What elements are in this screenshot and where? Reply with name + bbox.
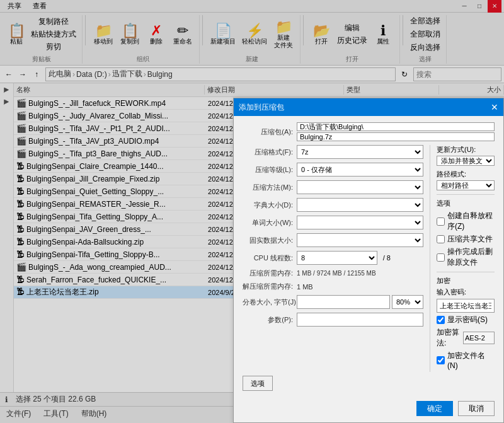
block-select[interactable] xyxy=(297,233,423,247)
update-label: 更新方式(U): xyxy=(437,145,476,154)
mem-label: 压缩所需内存: xyxy=(243,269,293,278)
archive-path-input[interactable] xyxy=(297,122,495,131)
encrypt-section: 加密 输入密码: 显示密码(S) 加密算法: 加密文件名(N) xyxy=(437,276,495,370)
options-button[interactable]: 选项 xyxy=(243,376,273,391)
split-label: 分卷大小, 字节(J): xyxy=(243,298,293,307)
options-title: 选项 xyxy=(437,199,495,208)
mem-value: 1 MB / 9724 MB / 12155 MB xyxy=(297,270,376,277)
create-sfx-row: 创建自释放程序(Z) xyxy=(437,211,495,232)
algo-label: 加密算法: xyxy=(437,327,461,349)
format-select[interactable]: 7z xyxy=(297,145,423,159)
block-label: 固实数据大小: xyxy=(243,236,293,245)
show-password-row: 显示密码(S) xyxy=(437,315,495,325)
create-sfx-label: 创建自释放程序(Z) xyxy=(447,211,495,232)
dict-select[interactable] xyxy=(297,198,423,212)
delete-after-checkbox[interactable] xyxy=(437,253,445,262)
dialog-footer: 确定 取消 xyxy=(234,397,503,422)
archive-row: 压缩包(A): xyxy=(243,122,495,141)
share-files-row: 压缩共享文件 xyxy=(437,234,495,245)
encrypt-filename-checkbox[interactable] xyxy=(437,356,445,364)
word-label: 单词大小(W): xyxy=(243,218,293,228)
archive-label: 压缩包(A): xyxy=(243,127,293,137)
dialog-main: 压缩格式(F): 7z 压缩等级(L): 0 - 仅存储 压缩方法(M): xyxy=(243,145,495,372)
params-label: 参数(P): xyxy=(243,315,293,325)
cpu-label: CPU 线程数: xyxy=(243,253,293,263)
update-select[interactable]: 添加并替换文件 xyxy=(437,156,495,166)
password-input[interactable] xyxy=(437,299,495,313)
params-input[interactable] xyxy=(297,313,423,327)
split-input[interactable] xyxy=(297,295,390,309)
options-section: 选项 创建自释放程序(Z) 压缩共享文件 操作完成后删除原文件 xyxy=(437,199,495,268)
method-row: 压缩方法(M): xyxy=(243,180,423,194)
word-row: 单词大小(W): xyxy=(243,216,423,229)
mem-row: 压缩所需内存: 1 MB / 9724 MB / 12155 MB xyxy=(243,269,423,278)
block-row: 固实数据大小: xyxy=(243,233,423,247)
dialog-title-bar: 添加到压缩包 ✕ xyxy=(234,98,503,116)
dialog-right-col: 更新方式(U): 添加并替换文件 路径模式: 相对路径 选项 xyxy=(430,145,495,372)
encrypt-filename-label: 加密文件名(N) xyxy=(447,351,495,370)
dict-row: 字典大小(D): xyxy=(243,198,423,212)
split-row: 分卷大小, 字节(J): 80% xyxy=(243,295,423,309)
dialog-body: 压缩包(A): 压缩格式(F): 7z 压缩等级(L): 0 - 仅存储 xyxy=(234,116,503,397)
level-select[interactable]: 0 - 仅存储 xyxy=(297,163,423,177)
path-row: 路径模式: 相对路径 xyxy=(437,170,495,190)
cpu-select[interactable]: 8 xyxy=(297,251,377,265)
show-password-checkbox[interactable] xyxy=(437,316,445,324)
level-row: 压缩等级(L): 0 - 仅存储 xyxy=(243,163,423,177)
encrypt-filename-row: 加密文件名(N) xyxy=(437,351,495,370)
delete-after-label: 操作完成后删除原文件 xyxy=(447,246,495,268)
word-select[interactable] xyxy=(297,216,423,229)
decomp-label: 解压缩所需内存: xyxy=(243,282,293,291)
decomp-value: 1 MB xyxy=(297,283,313,291)
archive-name-input[interactable] xyxy=(297,132,495,141)
method-label: 压缩方法(M): xyxy=(243,183,293,192)
share-files-label: 压缩共享文件 xyxy=(447,234,493,245)
dict-label: 字典大小(D): xyxy=(243,200,293,210)
update-row: 更新方式(U): 添加并替换文件 xyxy=(437,145,495,166)
format-label: 压缩格式(F): xyxy=(243,148,293,157)
algo-row: 加密算法: xyxy=(437,327,495,349)
algo-input[interactable] xyxy=(463,332,495,344)
method-select[interactable] xyxy=(297,180,423,194)
level-label: 压缩等级(L): xyxy=(243,165,293,175)
split-unit-select[interactable]: 80% xyxy=(392,295,423,309)
ok-button[interactable]: 确定 xyxy=(416,401,453,416)
path-label: 路径模式: xyxy=(437,170,466,179)
dialog-title-text: 添加到压缩包 xyxy=(239,102,284,113)
share-files-checkbox[interactable] xyxy=(437,235,445,243)
delete-after-row: 操作完成后删除原文件 xyxy=(437,246,495,268)
path-select[interactable]: 相对路径 xyxy=(437,180,495,190)
enter-password-label: 输入密码: xyxy=(437,287,495,297)
dialog-close-button[interactable]: ✕ xyxy=(491,102,498,112)
cpu-max: / 8 xyxy=(383,254,391,262)
format-row: 压缩格式(F): 7z xyxy=(243,145,423,159)
compress-dialog: 添加到压缩包 ✕ 压缩包(A): 压缩格式(F): 7z 压缩等级(L) xyxy=(233,98,504,423)
create-sfx-checkbox[interactable] xyxy=(437,217,445,226)
cancel-button[interactable]: 取消 xyxy=(458,401,495,416)
dialog-left-col: 压缩格式(F): 7z 压缩等级(L): 0 - 仅存储 压缩方法(M): xyxy=(243,145,423,372)
show-password-label: 显示密码(S) xyxy=(447,315,488,325)
cpu-row: CPU 线程数: 8 / 8 xyxy=(243,251,423,265)
params-row: 参数(P): xyxy=(243,313,423,327)
decomp-row: 解压缩所需内存: 1 MB xyxy=(243,282,423,291)
encrypt-title: 加密 xyxy=(437,276,495,286)
